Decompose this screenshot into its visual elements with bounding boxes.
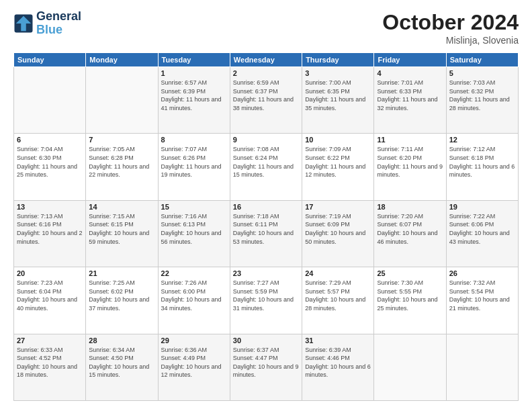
day-info: Sunrise: 7:05 AMSunset: 6:28 PMDaylight:…	[89, 145, 154, 179]
day-info: Sunrise: 7:11 AMSunset: 6:20 PMDaylight:…	[377, 145, 443, 179]
calendar-cell-w2-d3: 8Sunrise: 7:07 AMSunset: 6:26 PMDaylight…	[158, 134, 230, 200]
day-number: 25	[377, 269, 443, 277]
calendar-cell-w2-d5: 10Sunrise: 7:09 AMSunset: 6:22 PMDayligh…	[302, 134, 374, 200]
day-info: Sunrise: 7:16 AMSunset: 6:13 PMDaylight:…	[161, 212, 227, 246]
day-number: 4	[377, 69, 443, 77]
day-number: 24	[305, 269, 371, 277]
month-title: October 2024	[382, 10, 519, 35]
calendar-cell-w1-d4: 2Sunrise: 6:59 AMSunset: 6:37 PMDaylight…	[230, 67, 302, 134]
calendar-cell-w2-d4: 9Sunrise: 7:08 AMSunset: 6:24 PMDaylight…	[230, 134, 302, 200]
calendar-cell-w4-d1: 20Sunrise: 7:23 AMSunset: 6:04 PMDayligh…	[14, 267, 86, 334]
calendar-cell-w2-d6: 11Sunrise: 7:11 AMSunset: 6:20 PMDayligh…	[374, 134, 446, 200]
calendar-cell-w4-d7: 26Sunrise: 7:32 AMSunset: 5:54 PMDayligh…	[446, 267, 518, 334]
calendar-cell-w3-d1: 13Sunrise: 7:13 AMSunset: 6:16 PMDayligh…	[14, 200, 86, 267]
logo-text: General Blue	[36, 10, 81, 37]
col-thursday: Thursday	[302, 53, 374, 67]
day-info: Sunrise: 6:36 AMSunset: 4:49 PMDaylight:…	[161, 346, 227, 379]
day-info: Sunrise: 7:27 AMSunset: 5:59 PMDaylight:…	[233, 279, 299, 312]
day-number: 31	[305, 336, 371, 345]
day-number: 21	[89, 269, 154, 277]
day-number: 5	[449, 69, 515, 77]
week-row-4: 20Sunrise: 7:23 AMSunset: 6:04 PMDayligh…	[14, 267, 519, 334]
day-info: Sunrise: 7:12 AMSunset: 6:18 PMDaylight:…	[449, 145, 515, 179]
week-row-1: 1Sunrise: 6:57 AMSunset: 6:39 PMDaylight…	[14, 67, 519, 134]
col-saturday: Saturday	[446, 53, 518, 67]
calendar-cell-w1-d7: 5Sunrise: 7:03 AMSunset: 6:32 PMDaylight…	[446, 67, 518, 134]
col-sunday: Sunday	[14, 53, 86, 67]
calendar-cell-w3-d3: 15Sunrise: 7:16 AMSunset: 6:13 PMDayligh…	[158, 200, 230, 267]
day-number: 11	[377, 136, 443, 144]
col-friday: Friday	[374, 53, 446, 67]
calendar-cell-w1-d1	[14, 67, 86, 134]
calendar-cell-w4-d3: 22Sunrise: 7:26 AMSunset: 6:00 PMDayligh…	[158, 267, 230, 334]
calendar-cell-w3-d4: 16Sunrise: 7:18 AMSunset: 6:11 PMDayligh…	[230, 200, 302, 267]
day-info: Sunrise: 6:39 AMSunset: 4:46 PMDaylight:…	[305, 346, 371, 379]
day-number: 7	[89, 136, 154, 144]
calendar-cell-w1-d5: 3Sunrise: 7:00 AMSunset: 6:35 PMDaylight…	[302, 67, 374, 134]
calendar-table: Sunday Monday Tuesday Wednesday Thursday…	[13, 52, 519, 401]
day-info: Sunrise: 6:34 AMSunset: 4:50 PMDaylight:…	[89, 346, 154, 379]
day-info: Sunrise: 6:59 AMSunset: 6:37 PMDaylight:…	[233, 79, 299, 112]
day-info: Sunrise: 7:22 AMSunset: 6:06 PMDaylight:…	[449, 212, 515, 246]
day-number: 14	[89, 203, 154, 211]
day-number: 6	[17, 136, 83, 144]
day-number: 2	[233, 69, 299, 77]
calendar-cell-w5-d1: 27Sunrise: 6:33 AMSunset: 4:52 PMDayligh…	[14, 334, 86, 400]
calendar-cell-w3-d6: 18Sunrise: 7:20 AMSunset: 6:07 PMDayligh…	[374, 200, 446, 267]
day-number: 16	[233, 203, 299, 211]
day-number: 20	[17, 269, 83, 277]
calendar-header-row: Sunday Monday Tuesday Wednesday Thursday…	[14, 53, 519, 67]
week-row-3: 13Sunrise: 7:13 AMSunset: 6:16 PMDayligh…	[14, 200, 519, 267]
day-info: Sunrise: 6:57 AMSunset: 6:39 PMDaylight:…	[161, 79, 227, 112]
day-info: Sunrise: 7:30 AMSunset: 5:55 PMDaylight:…	[377, 279, 443, 312]
day-number: 30	[233, 336, 299, 345]
calendar-cell-w5-d2: 28Sunrise: 6:34 AMSunset: 4:50 PMDayligh…	[86, 334, 158, 400]
day-number: 3	[305, 69, 371, 77]
week-row-2: 6Sunrise: 7:04 AMSunset: 6:30 PMDaylight…	[14, 134, 519, 200]
day-info: Sunrise: 7:07 AMSunset: 6:26 PMDaylight:…	[161, 145, 227, 179]
day-info: Sunrise: 7:08 AMSunset: 6:24 PMDaylight:…	[233, 145, 299, 179]
day-number: 15	[161, 203, 227, 211]
calendar-cell-w2-d1: 6Sunrise: 7:04 AMSunset: 6:30 PMDaylight…	[14, 134, 86, 200]
col-monday: Monday	[86, 53, 158, 67]
day-number: 1	[161, 69, 227, 77]
day-info: Sunrise: 7:15 AMSunset: 6:15 PMDaylight:…	[89, 212, 154, 246]
week-row-5: 27Sunrise: 6:33 AMSunset: 4:52 PMDayligh…	[14, 334, 519, 400]
calendar-cell-w4-d4: 23Sunrise: 7:27 AMSunset: 5:59 PMDayligh…	[230, 267, 302, 334]
day-info: Sunrise: 7:26 AMSunset: 6:00 PMDaylight:…	[161, 279, 227, 312]
calendar-cell-w1-d3: 1Sunrise: 6:57 AMSunset: 6:39 PMDaylight…	[158, 67, 230, 134]
day-number: 9	[233, 136, 299, 144]
calendar-cell-w4-d6: 25Sunrise: 7:30 AMSunset: 5:55 PMDayligh…	[374, 267, 446, 334]
calendar-cell-w3-d7: 19Sunrise: 7:22 AMSunset: 6:06 PMDayligh…	[446, 200, 518, 267]
title-block: October 2024 Mislinja, Slovenia	[382, 10, 519, 46]
calendar-cell-w3-d2: 14Sunrise: 7:15 AMSunset: 6:15 PMDayligh…	[86, 200, 158, 267]
day-number: 27	[17, 336, 83, 345]
logo-icon	[13, 13, 34, 34]
day-info: Sunrise: 7:23 AMSunset: 6:04 PMDaylight:…	[17, 279, 83, 312]
day-info: Sunrise: 7:18 AMSunset: 6:11 PMDaylight:…	[233, 212, 299, 246]
day-info: Sunrise: 7:04 AMSunset: 6:30 PMDaylight:…	[17, 145, 83, 179]
day-info: Sunrise: 6:33 AMSunset: 4:52 PMDaylight:…	[17, 346, 83, 379]
day-number: 28	[89, 336, 154, 345]
calendar-cell-w5-d6	[374, 334, 446, 400]
calendar-cell-w2-d2: 7Sunrise: 7:05 AMSunset: 6:28 PMDaylight…	[86, 134, 158, 200]
day-number: 26	[449, 269, 515, 277]
day-info: Sunrise: 7:09 AMSunset: 6:22 PMDaylight:…	[305, 145, 371, 179]
calendar-cell-w2-d7: 12Sunrise: 7:12 AMSunset: 6:18 PMDayligh…	[446, 134, 518, 200]
day-info: Sunrise: 7:00 AMSunset: 6:35 PMDaylight:…	[305, 79, 371, 112]
day-number: 29	[161, 336, 227, 345]
calendar-cell-w5-d4: 30Sunrise: 6:37 AMSunset: 4:47 PMDayligh…	[230, 334, 302, 400]
calendar-cell-w5-d5: 31Sunrise: 6:39 AMSunset: 4:46 PMDayligh…	[302, 334, 374, 400]
calendar-cell-w1-d6: 4Sunrise: 7:01 AMSunset: 6:33 PMDaylight…	[374, 67, 446, 134]
col-wednesday: Wednesday	[230, 53, 302, 67]
day-number: 23	[233, 269, 299, 277]
header: General Blue October 2024 Mislinja, Slov…	[13, 10, 519, 46]
col-tuesday: Tuesday	[158, 53, 230, 67]
calendar-cell-w5-d3: 29Sunrise: 6:36 AMSunset: 4:49 PMDayligh…	[158, 334, 230, 400]
day-info: Sunrise: 7:29 AMSunset: 5:57 PMDaylight:…	[305, 279, 371, 312]
day-number: 12	[449, 136, 515, 144]
day-number: 22	[161, 269, 227, 277]
day-number: 18	[377, 203, 443, 211]
page: General Blue October 2024 Mislinja, Slov…	[0, 0, 532, 411]
day-info: Sunrise: 7:13 AMSunset: 6:16 PMDaylight:…	[17, 212, 83, 246]
